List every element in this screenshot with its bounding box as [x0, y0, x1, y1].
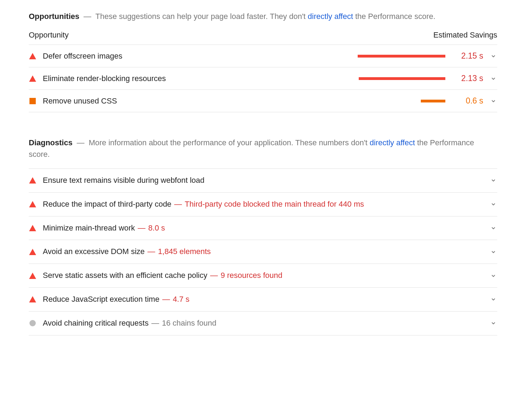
chevron-down-icon[interactable]	[490, 75, 497, 82]
diagnostic-row[interactable]: Avoid an excessive DOM size—1,845 elemen…	[29, 240, 497, 264]
diagnostic-title: Reduce the impact of third-party code	[43, 199, 171, 210]
detail-dash: —	[145, 246, 158, 257]
chevron-down-icon[interactable]	[490, 249, 497, 255]
chevron-down-icon[interactable]	[490, 225, 497, 231]
diagnostic-title: Avoid chaining critical requests	[43, 318, 149, 329]
diagnostic-row[interactable]: Reduce the impact of third-party code—Th…	[29, 193, 497, 216]
triangle-red-icon	[29, 295, 36, 303]
diagnostic-row[interactable]: Minimize main-thread work—8.0 s	[29, 216, 497, 240]
opportunity-title: Eliminate render-blocking resources	[43, 74, 166, 83]
diagnostic-title: Avoid an excessive DOM size	[43, 246, 145, 257]
diagnostics-header: Diagnostics — More information about the…	[29, 137, 497, 160]
opportunity-title: Remove unused CSS	[43, 96, 117, 106]
detail-dash: —	[135, 223, 148, 234]
diagnostic-detail: 9 resources found	[221, 270, 282, 281]
opportunity-row[interactable]: Eliminate render-blocking resources2.13 …	[29, 67, 497, 90]
diagnostics-desc-pre: More information about the performance o…	[89, 138, 370, 147]
diagnostic-row[interactable]: Avoid chaining critical requests—16 chai…	[29, 312, 497, 335]
diagnostic-row[interactable]: Reduce JavaScript execution time—4.7 s	[29, 288, 497, 312]
svg-marker-5	[29, 249, 36, 255]
diagnostic-detail: 8.0 s	[148, 223, 165, 234]
square-orange-icon	[29, 97, 36, 105]
diagnostic-row[interactable]: Serve static assets with an efficient ca…	[29, 264, 497, 288]
circle-grey-icon	[29, 319, 36, 327]
savings-value: 2.13 s	[452, 74, 483, 83]
chevron-down-icon[interactable]	[490, 98, 497, 104]
savings-value: 0.6 s	[452, 96, 483, 106]
opportunity-title: Defer offscreen images	[43, 52, 122, 61]
opportunities-header: Opportunities — These suggestions can he…	[29, 11, 497, 22]
triangle-red-icon	[29, 248, 36, 256]
triangle-red-icon	[29, 52, 36, 60]
detail-dash: —	[171, 199, 185, 210]
svg-marker-3	[29, 201, 36, 207]
opportunities-desc-pre: These suggestions can help your page loa…	[95, 12, 308, 21]
diagnostic-title: Minimize main-thread work	[43, 223, 135, 234]
detail-dash: —	[149, 318, 162, 329]
triangle-red-icon	[29, 75, 36, 82]
svg-marker-6	[29, 273, 36, 279]
triangle-red-icon	[29, 176, 36, 184]
directly-affect-link[interactable]: directly affect	[308, 12, 353, 21]
opportunity-row[interactable]: Defer offscreen images2.15 s	[29, 45, 497, 67]
text-dash: —	[81, 12, 93, 21]
savings-bar	[358, 100, 445, 102]
directly-affect-link[interactable]: directly affect	[370, 138, 415, 147]
diagnostic-row[interactable]: Ensure text remains visible during webfo…	[29, 169, 497, 193]
opportunity-row[interactable]: Remove unused CSS0.6 s	[29, 90, 497, 112]
triangle-red-icon	[29, 224, 36, 232]
chevron-down-icon[interactable]	[490, 201, 497, 207]
opportunity-list: Defer offscreen images2.15 sEliminate re…	[29, 45, 497, 112]
diagnostic-detail: Third-party code blocked the main thread…	[185, 199, 364, 210]
text-dash: —	[75, 138, 87, 147]
diagnostic-title: Ensure text remains visible during webfo…	[43, 175, 204, 186]
diagnostic-title: Serve static assets with an efficient ca…	[43, 270, 207, 281]
diagnostics-title: Diagnostics	[29, 138, 73, 147]
chevron-down-icon[interactable]	[490, 296, 497, 302]
svg-marker-0	[29, 53, 36, 59]
diagnostic-title: Reduce JavaScript execution time	[43, 294, 160, 305]
opportunities-title: Opportunities	[29, 12, 79, 21]
svg-marker-1	[29, 75, 36, 82]
diagnostic-list: Ensure text remains visible during webfo…	[29, 168, 497, 335]
savings-bar	[358, 77, 445, 80]
savings-value: 2.15 s	[452, 51, 483, 61]
opportunities-desc-post: the Performance score.	[353, 12, 436, 21]
column-opportunity: Opportunity	[29, 31, 69, 40]
diagnostic-detail: 16 chains found	[162, 318, 216, 329]
chevron-down-icon[interactable]	[490, 273, 497, 279]
column-estimated-savings: Estimated Savings	[433, 31, 497, 40]
triangle-red-icon	[29, 272, 36, 280]
detail-dash: —	[207, 270, 221, 281]
chevron-down-icon[interactable]	[490, 177, 497, 184]
svg-marker-7	[29, 296, 36, 302]
opportunity-table-header: Opportunity Estimated Savings	[29, 31, 497, 45]
savings-bar	[358, 55, 445, 58]
chevron-down-icon[interactable]	[490, 320, 497, 326]
svg-marker-2	[29, 177, 36, 184]
diagnostic-detail: 1,845 elements	[158, 246, 211, 257]
chevron-down-icon[interactable]	[490, 53, 497, 59]
triangle-red-icon	[29, 200, 36, 208]
detail-dash: —	[160, 294, 173, 305]
svg-marker-4	[29, 225, 36, 231]
diagnostic-detail: 4.7 s	[173, 294, 190, 305]
